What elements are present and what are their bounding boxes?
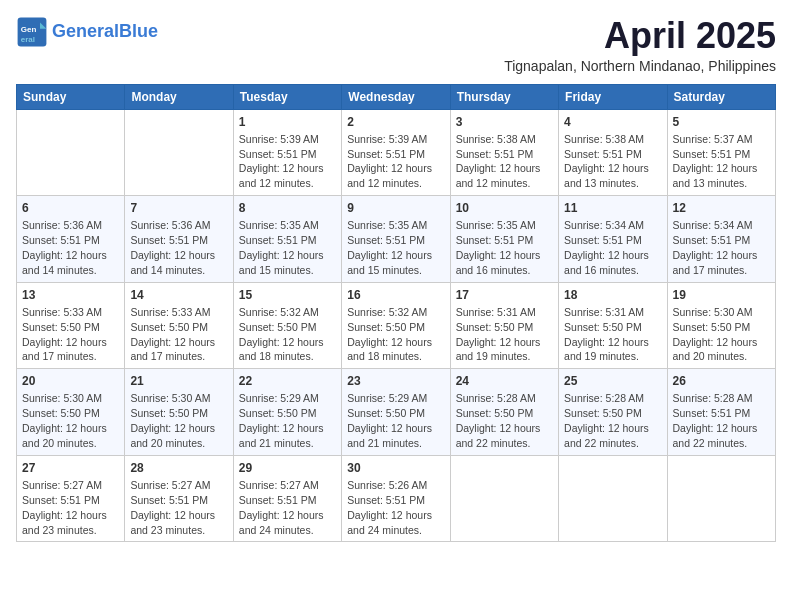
day-number: 14 [130,287,227,303]
day-info: Sunrise: 5:29 AMSunset: 5:50 PMDaylight:… [347,392,432,449]
day-number: 22 [239,373,336,389]
day-info: Sunrise: 5:36 AMSunset: 5:51 PMDaylight:… [130,219,215,276]
weekday-header: Friday [559,84,667,109]
weekday-header: Thursday [450,84,558,109]
title-block: April 2025 Tignapalan, Northern Mindanao… [504,16,776,74]
logo: Gen eral GeneralBlue [16,16,158,48]
day-number: 26 [673,373,770,389]
day-info: Sunrise: 5:26 AMSunset: 5:51 PMDaylight:… [347,479,432,536]
day-info: Sunrise: 5:36 AMSunset: 5:51 PMDaylight:… [22,219,107,276]
day-info: Sunrise: 5:34 AMSunset: 5:51 PMDaylight:… [673,219,758,276]
weekday-header: Sunday [17,84,125,109]
day-number: 12 [673,200,770,216]
calendar-cell: 8 Sunrise: 5:35 AMSunset: 5:51 PMDayligh… [233,196,341,283]
day-info: Sunrise: 5:27 AMSunset: 5:51 PMDaylight:… [22,479,107,536]
month-title: April 2025 [504,16,776,56]
calendar-week-row: 6 Sunrise: 5:36 AMSunset: 5:51 PMDayligh… [17,196,776,283]
calendar-cell: 29 Sunrise: 5:27 AMSunset: 5:51 PMDaylig… [233,455,341,542]
calendar-cell: 19 Sunrise: 5:30 AMSunset: 5:50 PMDaylig… [667,282,775,369]
day-info: Sunrise: 5:27 AMSunset: 5:51 PMDaylight:… [130,479,215,536]
calendar-cell: 14 Sunrise: 5:33 AMSunset: 5:50 PMDaylig… [125,282,233,369]
calendar-cell: 6 Sunrise: 5:36 AMSunset: 5:51 PMDayligh… [17,196,125,283]
weekday-header: Monday [125,84,233,109]
calendar-cell: 3 Sunrise: 5:38 AMSunset: 5:51 PMDayligh… [450,109,558,196]
day-number: 2 [347,114,444,130]
calendar-cell [667,455,775,542]
calendar-cell: 13 Sunrise: 5:33 AMSunset: 5:50 PMDaylig… [17,282,125,369]
calendar-cell: 23 Sunrise: 5:29 AMSunset: 5:50 PMDaylig… [342,369,450,456]
calendar-cell: 24 Sunrise: 5:28 AMSunset: 5:50 PMDaylig… [450,369,558,456]
calendar-cell: 9 Sunrise: 5:35 AMSunset: 5:51 PMDayligh… [342,196,450,283]
logo-icon: Gen eral [16,16,48,48]
day-info: Sunrise: 5:38 AMSunset: 5:51 PMDaylight:… [564,133,649,190]
day-info: Sunrise: 5:28 AMSunset: 5:50 PMDaylight:… [456,392,541,449]
day-number: 20 [22,373,119,389]
calendar-cell [450,455,558,542]
day-info: Sunrise: 5:30 AMSunset: 5:50 PMDaylight:… [22,392,107,449]
calendar-week-row: 27 Sunrise: 5:27 AMSunset: 5:51 PMDaylig… [17,455,776,542]
calendar-cell: 2 Sunrise: 5:39 AMSunset: 5:51 PMDayligh… [342,109,450,196]
day-number: 17 [456,287,553,303]
calendar-cell: 7 Sunrise: 5:36 AMSunset: 5:51 PMDayligh… [125,196,233,283]
day-info: Sunrise: 5:30 AMSunset: 5:50 PMDaylight:… [673,306,758,363]
day-number: 6 [22,200,119,216]
day-info: Sunrise: 5:29 AMSunset: 5:50 PMDaylight:… [239,392,324,449]
day-number: 5 [673,114,770,130]
day-info: Sunrise: 5:28 AMSunset: 5:50 PMDaylight:… [564,392,649,449]
day-number: 24 [456,373,553,389]
day-number: 29 [239,460,336,476]
calendar-cell: 21 Sunrise: 5:30 AMSunset: 5:50 PMDaylig… [125,369,233,456]
calendar-cell [17,109,125,196]
calendar-table: SundayMondayTuesdayWednesdayThursdayFrid… [16,84,776,543]
calendar-week-row: 20 Sunrise: 5:30 AMSunset: 5:50 PMDaylig… [17,369,776,456]
svg-text:eral: eral [21,35,35,44]
calendar-week-row: 1 Sunrise: 5:39 AMSunset: 5:51 PMDayligh… [17,109,776,196]
calendar-week-row: 13 Sunrise: 5:33 AMSunset: 5:50 PMDaylig… [17,282,776,369]
day-number: 11 [564,200,661,216]
day-number: 15 [239,287,336,303]
calendar-cell: 28 Sunrise: 5:27 AMSunset: 5:51 PMDaylig… [125,455,233,542]
day-number: 16 [347,287,444,303]
logo-text: GeneralBlue [52,22,158,42]
day-info: Sunrise: 5:35 AMSunset: 5:51 PMDaylight:… [456,219,541,276]
day-info: Sunrise: 5:34 AMSunset: 5:51 PMDaylight:… [564,219,649,276]
day-info: Sunrise: 5:31 AMSunset: 5:50 PMDaylight:… [456,306,541,363]
day-info: Sunrise: 5:28 AMSunset: 5:51 PMDaylight:… [673,392,758,449]
day-info: Sunrise: 5:33 AMSunset: 5:50 PMDaylight:… [130,306,215,363]
day-number: 23 [347,373,444,389]
weekday-header: Tuesday [233,84,341,109]
day-number: 25 [564,373,661,389]
calendar-cell: 5 Sunrise: 5:37 AMSunset: 5:51 PMDayligh… [667,109,775,196]
calendar-cell: 22 Sunrise: 5:29 AMSunset: 5:50 PMDaylig… [233,369,341,456]
calendar-cell: 25 Sunrise: 5:28 AMSunset: 5:50 PMDaylig… [559,369,667,456]
day-number: 4 [564,114,661,130]
day-info: Sunrise: 5:35 AMSunset: 5:51 PMDaylight:… [239,219,324,276]
logo-blue: Blue [119,21,158,41]
day-number: 1 [239,114,336,130]
weekday-header: Saturday [667,84,775,109]
day-number: 3 [456,114,553,130]
day-info: Sunrise: 5:38 AMSunset: 5:51 PMDaylight:… [456,133,541,190]
day-number: 13 [22,287,119,303]
day-info: Sunrise: 5:32 AMSunset: 5:50 PMDaylight:… [347,306,432,363]
day-info: Sunrise: 5:31 AMSunset: 5:50 PMDaylight:… [564,306,649,363]
day-info: Sunrise: 5:30 AMSunset: 5:50 PMDaylight:… [130,392,215,449]
day-number: 21 [130,373,227,389]
day-number: 30 [347,460,444,476]
day-info: Sunrise: 5:32 AMSunset: 5:50 PMDaylight:… [239,306,324,363]
day-number: 27 [22,460,119,476]
day-info: Sunrise: 5:33 AMSunset: 5:50 PMDaylight:… [22,306,107,363]
calendar-cell: 4 Sunrise: 5:38 AMSunset: 5:51 PMDayligh… [559,109,667,196]
calendar-cell: 30 Sunrise: 5:26 AMSunset: 5:51 PMDaylig… [342,455,450,542]
calendar-cell: 11 Sunrise: 5:34 AMSunset: 5:51 PMDaylig… [559,196,667,283]
calendar-cell: 12 Sunrise: 5:34 AMSunset: 5:51 PMDaylig… [667,196,775,283]
calendar-cell: 26 Sunrise: 5:28 AMSunset: 5:51 PMDaylig… [667,369,775,456]
calendar-cell: 18 Sunrise: 5:31 AMSunset: 5:50 PMDaylig… [559,282,667,369]
calendar-cell: 10 Sunrise: 5:35 AMSunset: 5:51 PMDaylig… [450,196,558,283]
weekday-header-row: SundayMondayTuesdayWednesdayThursdayFrid… [17,84,776,109]
calendar-cell: 17 Sunrise: 5:31 AMSunset: 5:50 PMDaylig… [450,282,558,369]
calendar-cell: 1 Sunrise: 5:39 AMSunset: 5:51 PMDayligh… [233,109,341,196]
day-info: Sunrise: 5:39 AMSunset: 5:51 PMDaylight:… [239,133,324,190]
day-number: 19 [673,287,770,303]
weekday-header: Wednesday [342,84,450,109]
